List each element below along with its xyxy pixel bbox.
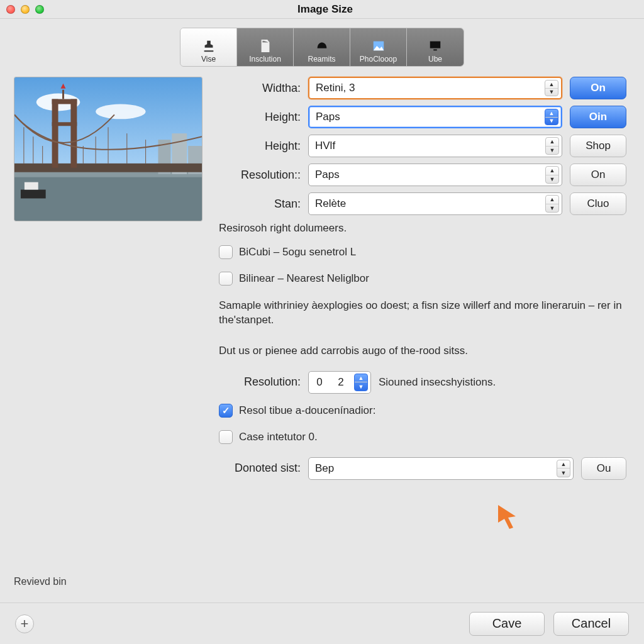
tab-label: Vise	[201, 55, 216, 64]
monitor-icon	[428, 39, 443, 53]
stepper-icon[interactable]: ▲▼	[545, 166, 559, 184]
tab-label: Insclution	[249, 55, 281, 64]
height-combo[interactable]: Paps ▲▼	[308, 106, 562, 128]
width-combo[interactable]: Retini, 3 ▲▼	[308, 77, 562, 99]
window-controls	[6, 5, 44, 14]
height2-label: Height:	[219, 140, 301, 153]
save-button[interactable]: Cave	[469, 612, 545, 636]
tab-insclution[interactable]: Insclution	[237, 28, 294, 66]
stepper-icon[interactable]: ▲▼	[354, 374, 368, 391]
close-window-button[interactable]	[6, 5, 15, 14]
minimize-window-button[interactable]	[21, 5, 30, 14]
svg-rect-27	[21, 190, 46, 199]
width-label: Widtha:	[219, 82, 301, 95]
bilinear-checkbox[interactable]	[219, 272, 233, 286]
add-button[interactable]: +	[15, 614, 34, 633]
height-oin-button[interactable]: Oin	[570, 106, 626, 128]
window-title: Image Size	[44, 3, 606, 16]
resolution-label: Resolution::	[219, 169, 301, 182]
titlebar: Image Size	[0, 0, 644, 19]
tab-phocloop[interactable]: PhoClooop	[350, 28, 407, 66]
svg-rect-16	[52, 122, 77, 126]
svg-rect-12	[14, 164, 202, 172]
number-value: 0 2	[316, 376, 350, 389]
svg-rect-15	[52, 99, 77, 104]
tab-vise[interactable]: Vise	[180, 28, 237, 66]
tab-ube[interactable]: Ube	[407, 28, 464, 66]
stepper-icon[interactable]: ▲▼	[545, 137, 559, 155]
donated-label: Donoted sist:	[219, 462, 301, 475]
bicubic-label: BiCubi – 5ogu senetrol L	[239, 246, 356, 258]
combo-value: Paps	[316, 111, 555, 123]
stepper-icon[interactable]: ▲▼	[545, 80, 558, 96]
description-text-1: Samaple withriniey àexplogies oo doest; …	[219, 299, 626, 328]
combo-value: Retini, 3	[316, 82, 555, 94]
stamp-icon	[201, 39, 216, 53]
combo-value: Paps	[315, 169, 555, 181]
svg-rect-3	[433, 50, 437, 51]
tab-label: Reamits	[308, 55, 335, 64]
resol-tibue-label: Resol tibue a-doucenínadior:	[239, 404, 375, 417]
bilinear-label: Bilinear – Nearest Neliglbor	[239, 272, 369, 285]
tab-strip: Vise Insclution Reamits PhoClooop	[0, 19, 644, 67]
resol-tibue-checkbox[interactable]	[219, 404, 233, 418]
dialog-footer: + Cave Cancel	[0, 602, 644, 644]
case-intetutor-label: Case intetutor 0.	[239, 431, 318, 443]
document-icon	[258, 39, 273, 53]
resolution2-label: Resolution:	[219, 375, 301, 389]
svg-rect-13	[52, 99, 58, 168]
svg-rect-28	[25, 182, 38, 190]
combo-value: HVlf	[315, 140, 555, 152]
donated-combo[interactable]: Bep ▲▼	[308, 457, 574, 480]
svg-point-6	[96, 104, 145, 119]
svg-rect-2	[430, 42, 441, 48]
image-preview	[14, 77, 203, 221]
shop-button[interactable]: Shop	[570, 135, 626, 157]
resolution-number-input[interactable]: 0 2 ▲▼	[308, 371, 371, 394]
stepper-icon[interactable]: ▲▼	[557, 460, 570, 477]
height2-combo[interactable]: HVlf ▲▼	[308, 135, 562, 157]
stan-combo[interactable]: Relète ▲▼	[308, 192, 562, 215]
combo-value: Bep	[315, 462, 567, 475]
cluo-button[interactable]: Cluo	[570, 192, 626, 215]
hint-text: Resirosoh right dolumeers.	[219, 221, 626, 236]
cancel-button[interactable]: Cancel	[553, 612, 629, 636]
svg-rect-14	[70, 99, 77, 168]
stan-label: Stan:	[219, 197, 301, 211]
description-text-2: Dut us or pienee add carrobis augo of th…	[219, 344, 626, 358]
resolution-combo[interactable]: Paps ▲▼	[308, 164, 562, 186]
stepper-icon[interactable]: ▲▼	[545, 109, 558, 125]
reviewed-bin-label: Revievd bin	[14, 576, 203, 596]
resolution-on-button[interactable]: On	[570, 164, 626, 186]
width-on-button[interactable]: On	[570, 77, 626, 99]
case-intetutor-checkbox[interactable]	[219, 430, 233, 444]
zoom-window-button[interactable]	[35, 5, 44, 14]
photo-icon	[371, 39, 386, 53]
combo-value: Relète	[315, 197, 555, 210]
resolution-suffix: Siouned insecshyistions.	[379, 376, 496, 389]
bicubic-checkbox[interactable]	[219, 245, 233, 259]
stepper-icon[interactable]: ▲▼	[545, 195, 559, 213]
tab-label: Ube	[428, 55, 442, 64]
tab-label: PhoClooop	[360, 55, 397, 64]
image-size-dialog: Image Size Vise Insclution Reamits	[0, 0, 644, 644]
helmet-icon	[314, 39, 330, 53]
tab-reamits[interactable]: Reamits	[294, 28, 350, 66]
ou-button[interactable]: Ou	[581, 457, 626, 480]
height-label: Height:	[219, 111, 301, 124]
